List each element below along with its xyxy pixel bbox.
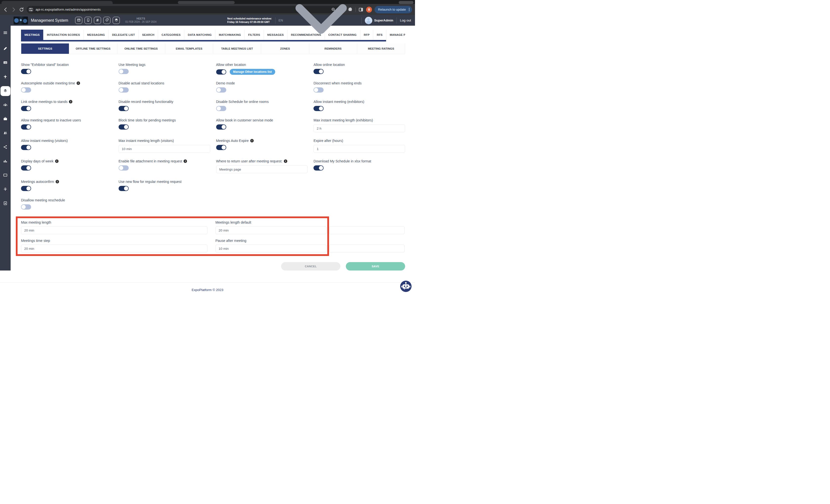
allow-meeting-request-to-inactive-users-toggle[interactable] (21, 124, 31, 130)
save-button[interactable]: SAVE (346, 262, 405, 270)
info-icon[interactable]: i (76, 81, 80, 85)
info-icon[interactable]: i (55, 160, 59, 163)
demo-mode-toggle[interactable] (216, 88, 226, 93)
people-icon (96, 18, 100, 23)
max-instant-meeting-length-visitors-input[interactable] (119, 145, 210, 153)
show-exhibitor-stand-location-toggle[interactable] (21, 69, 31, 74)
forward-icon[interactable] (11, 7, 16, 12)
info-icon[interactable]: i (184, 160, 187, 163)
subtab-online-time-settings[interactable]: ONLINE TIME SETTINGS (117, 43, 165, 54)
sidebar-item-users[interactable] (0, 128, 10, 138)
tab-interaction-scores[interactable]: INTERACTION SCORES (43, 30, 84, 40)
people-button[interactable] (94, 17, 101, 24)
tab-messaging[interactable]: MESSAGING (84, 30, 109, 40)
language-selector[interactable]: EN (279, 0, 358, 58)
browser-tab[interactable] (1, 1, 113, 4)
sidebar-item-podium[interactable] (0, 184, 10, 195)
logout-button[interactable]: Log out (400, 19, 411, 22)
tab-meetings[interactable]: MEETINGS (21, 30, 43, 40)
tab-search[interactable]: SEARCH (138, 30, 158, 40)
sidebar-item-tablet[interactable] (0, 171, 10, 180)
info-icon[interactable]: i (56, 180, 59, 183)
disable-record-meeting-functionality-toggle[interactable] (119, 106, 129, 111)
allow-instant-meeting-visitors-toggle[interactable] (21, 145, 31, 150)
tag-button[interactable] (103, 17, 110, 24)
setting-label: Display days of weeki (21, 159, 113, 163)
phone-button[interactable] (85, 17, 92, 24)
reload-icon[interactable] (19, 7, 24, 12)
meetings-autoconfirm-toggle[interactable] (21, 186, 31, 191)
allow-instant-meeting-exhibitors-toggle[interactable] (314, 106, 324, 111)
subtab-email-templates[interactable]: EMAIL TEMPLATES (165, 43, 213, 54)
sidebar-item-handshake[interactable] (0, 86, 10, 96)
meetings-auto-expire-toggle[interactable] (216, 145, 226, 150)
allow-online-location-toggle[interactable] (314, 69, 324, 74)
sidebar-item-people-group[interactable] (0, 100, 10, 110)
toggle-knob (319, 166, 323, 170)
tab-categories[interactable]: CATEGORIES (158, 30, 184, 40)
setting-max-instant-meeting-length-exhibitors: Max instant meeting length (exhibitors) (314, 118, 405, 132)
where-to-return-user-after-meeting-request-select[interactable] (216, 165, 308, 173)
max-meeting-length-input[interactable] (21, 226, 208, 234)
toggle-knob (26, 106, 31, 110)
tab-data-matching[interactable]: DATA MATCHING (184, 30, 215, 40)
block-time-slots-for-pending-meetings-toggle[interactable] (119, 124, 129, 130)
empty-input[interactable] (329, 245, 405, 253)
empty-input[interactable] (329, 226, 405, 234)
setting-display-days-of-week: Display days of weeki (21, 159, 113, 173)
allow-book-in-customer-servise-mode-toggle[interactable] (216, 124, 226, 130)
education-button[interactable] (113, 17, 120, 24)
site-info-icon[interactable] (28, 7, 34, 12)
allow-other-location-toggle[interactable] (216, 69, 226, 74)
app-title: Management System (31, 18, 68, 23)
meetings-time-step-input[interactable] (21, 245, 208, 253)
sidebar-item-share[interactable] (0, 142, 10, 152)
app-logo[interactable] (13, 16, 28, 25)
info-icon[interactable]: i (69, 100, 72, 103)
sidebar-item-file-upload[interactable] (0, 199, 10, 208)
autocomplete-outside-meeting-time-toggle[interactable] (21, 88, 31, 93)
sidebar-item-menu[interactable] (0, 28, 10, 38)
subtab-offline-time-settings[interactable]: OFFLINE TIME SETTINGS (69, 43, 117, 54)
cancel-button[interactable]: CANCEL (281, 262, 341, 270)
toggle-knob (119, 88, 123, 92)
meetings-length-default-input[interactable] (215, 226, 326, 234)
setting-label (329, 238, 405, 243)
subtab-settings[interactable]: SETTINGS (21, 43, 69, 54)
setting-label: Use new flow for regular meeting request (119, 179, 210, 183)
back-icon[interactable] (3, 7, 8, 12)
info-icon[interactable]: i (284, 160, 287, 163)
sidebar-item-bar-chart[interactable] (0, 157, 10, 166)
setting-enable-file-attachment-in-meeting-request: Enable file attachment in meeting reques… (119, 159, 210, 173)
setting-block-time-slots-for-pending-meetings: Block time slots for pending meetings (119, 118, 210, 132)
disable-schedule-for-online-rooms-toggle[interactable] (216, 106, 226, 111)
sidebar-item-airplane[interactable] (0, 72, 10, 82)
disconnect-when-meeting-ends-toggle[interactable] (314, 88, 324, 93)
expire-after-hours-input[interactable] (314, 145, 405, 153)
sidebar-item-pen[interactable] (0, 44, 10, 54)
sidebar-item-briefcase[interactable] (0, 114, 10, 124)
setting-demo-mode: Demo mode (216, 81, 308, 93)
enable-file-attachment-in-meeting-request-toggle[interactable] (119, 165, 129, 171)
disable-actual-stand-locations-toggle[interactable] (119, 88, 129, 93)
disallow-meeting-reschedule-toggle[interactable] (21, 204, 31, 209)
sidebar-item-id-card[interactable] (0, 58, 10, 68)
info-icon[interactable]: i (250, 139, 254, 142)
calendar-button[interactable] (75, 17, 82, 24)
user-menu[interactable]: SuperAdmin (365, 17, 393, 24)
setting-allow-instant-meeting-exhibitors: Allow instant meeting (exhibitors) (314, 99, 405, 112)
setting-label: Enable file attachment in meeting reques… (119, 159, 210, 163)
chatbot-button[interactable] (400, 281, 412, 292)
manage-other-locations-list-button[interactable]: Manage Other locations list (230, 69, 276, 75)
display-days-of-week-toggle[interactable] (21, 165, 31, 171)
pause-after-meeting-input[interactable] (215, 245, 326, 253)
download-my-schedule-in-xlsx-format-toggle[interactable] (314, 165, 324, 171)
browser-tab-secondary[interactable] (178, 1, 235, 4)
highlighted-section: Max meeting lengthMeetings length defaul… (21, 217, 405, 258)
link-online-meetings-to-stands-toggle[interactable] (21, 106, 31, 111)
setting-label-text: Disconnect when meeting ends (314, 81, 362, 85)
max-instant-meeting-length-exhibitors-input[interactable] (314, 124, 405, 132)
use-meeting-tags-toggle[interactable] (119, 69, 129, 74)
use-new-flow-for-regular-meeting-request-toggle[interactable] (119, 186, 129, 191)
tab-delegate-list[interactable]: DELEGATE LIST (109, 30, 138, 40)
